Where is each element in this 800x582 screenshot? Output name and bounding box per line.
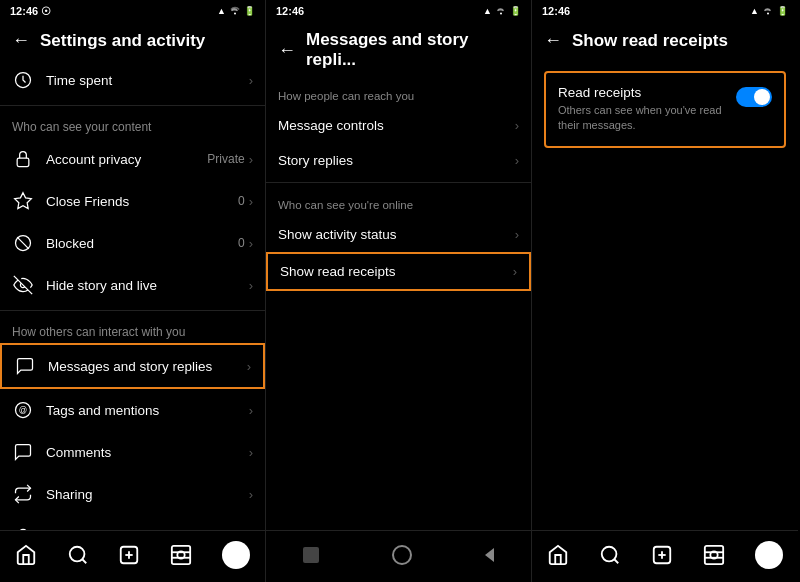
- menu-right-account-privacy: Private ›: [207, 152, 253, 167]
- menu-item-sharing[interactable]: Sharing ›: [0, 473, 265, 515]
- status-bar-1: 12:46 ☉ ▲ 🔋: [0, 0, 265, 22]
- read-receipts-content: Read receipts Others can see when you've…: [558, 85, 726, 134]
- nav-triangle-2[interactable]: [485, 548, 494, 562]
- nav-profile-1[interactable]: [222, 541, 250, 569]
- tag-icon: @: [12, 399, 34, 421]
- menu-item-read-receipts[interactable]: Show read receipts ›: [266, 252, 531, 291]
- nav-add-3[interactable]: [651, 544, 673, 566]
- svg-line-12: [82, 559, 86, 563]
- wifi-icon-3: [762, 5, 774, 17]
- badge-blocked: 0: [238, 236, 245, 250]
- chevron-blocked: ›: [249, 236, 253, 251]
- section-label-reach: How people can reach you: [266, 78, 531, 108]
- chevron-time-spent: ›: [249, 73, 253, 88]
- menu-label-read-receipts: Show read receipts: [280, 264, 501, 279]
- read-receipts-description: Others can see when you've read their me…: [558, 103, 726, 134]
- status-time-1: 12:46 ☉: [10, 5, 51, 18]
- receipts-scroll: Read receipts Others can see when you've…: [532, 59, 798, 530]
- menu-text-tags: Tags and mentions: [46, 403, 237, 418]
- menu-right-sr: ›: [515, 153, 519, 168]
- signal-icon-3: ▲: [750, 6, 759, 16]
- status-bar-3: 12:46 ▲ 🔋: [532, 0, 798, 22]
- svg-text:@: @: [19, 405, 27, 415]
- menu-text-avatar: Avatar interactions: [46, 529, 237, 531]
- menu-text-read-receipts: Show read receipts: [280, 264, 501, 279]
- nav-reels-3[interactable]: [703, 544, 725, 566]
- menu-item-account-privacy[interactable]: Account privacy Private ›: [0, 138, 265, 180]
- nav-reels-1[interactable]: [170, 544, 192, 566]
- back-button-2[interactable]: ←: [278, 40, 296, 61]
- svg-point-11: [69, 546, 84, 561]
- menu-text-account-privacy: Account privacy: [46, 152, 195, 167]
- bottom-nav-1: [0, 530, 265, 582]
- menu-right-blocked: 0 ›: [238, 236, 253, 251]
- nav-add-1[interactable]: [118, 544, 140, 566]
- menu-text-activity: Show activity status: [278, 227, 503, 242]
- wifi-icon: [229, 5, 241, 17]
- star-icon: [12, 190, 34, 212]
- share-icon: [12, 483, 34, 505]
- screen-read-receipts: 12:46 ▲ 🔋 ← Show read receipts Read rece…: [532, 0, 798, 582]
- read-receipts-toggle[interactable]: [736, 87, 772, 107]
- menu-right-comments: ›: [249, 445, 253, 460]
- menu-label-story-replies: Story replies: [278, 153, 503, 168]
- section-label-interact: How others can interact with you: [0, 315, 265, 343]
- menu-label-close-friends: Close Friends: [46, 194, 226, 209]
- svg-point-20: [602, 546, 617, 561]
- nav-home-1[interactable]: [15, 544, 37, 566]
- menu-text-messages: Messages and story replies: [48, 359, 235, 374]
- menu-item-tags[interactable]: @ Tags and mentions ›: [0, 389, 265, 431]
- nav-search-1[interactable]: [67, 544, 89, 566]
- chevron-sharing: ›: [249, 487, 253, 502]
- menu-label-comments: Comments: [46, 445, 237, 460]
- nav-search-3[interactable]: [599, 544, 621, 566]
- menu-item-avatar[interactable]: Avatar interactions ›: [0, 515, 265, 530]
- status-icons-3: ▲ 🔋: [750, 5, 788, 17]
- bottom-nav-2: [266, 530, 531, 582]
- menu-right-tags: ›: [249, 403, 253, 418]
- menu-item-blocked[interactable]: Blocked 0 ›: [0, 222, 265, 264]
- menu-text-comments: Comments: [46, 445, 237, 460]
- menu-right-rr: ›: [513, 264, 517, 279]
- block-icon: [12, 232, 34, 254]
- nav-square-2[interactable]: [303, 547, 319, 563]
- battery-icon-2: 🔋: [510, 6, 521, 16]
- svg-rect-16: [172, 545, 190, 563]
- menu-item-comments[interactable]: Comments ›: [0, 431, 265, 473]
- bottom-nav-3: [532, 530, 798, 582]
- menu-text-blocked: Blocked: [46, 236, 226, 251]
- chevron-messages: ›: [247, 359, 251, 374]
- menu-text-time-spent: Time spent: [46, 73, 237, 88]
- chevron-comments: ›: [249, 445, 253, 460]
- wifi-icon-2: [495, 5, 507, 17]
- divider-2: [0, 310, 265, 311]
- chevron-close-friends: ›: [249, 194, 253, 209]
- battery-icon: 🔋: [244, 6, 255, 16]
- menu-item-time-spent[interactable]: Time spent ›: [0, 59, 265, 101]
- menu-right-time-spent: ›: [249, 73, 253, 88]
- nav-profile-3[interactable]: [755, 541, 783, 569]
- menu-item-message-controls[interactable]: Message controls ›: [266, 108, 531, 143]
- menu-right-messages: ›: [247, 359, 251, 374]
- svg-line-4: [17, 237, 29, 249]
- menu-item-messages-story[interactable]: Messages and story replies ›: [0, 343, 265, 389]
- menu-label-message-controls: Message controls: [278, 118, 503, 133]
- menu-text-close-friends: Close Friends: [46, 194, 226, 209]
- menu-right-avatar: ›: [249, 529, 253, 531]
- nav-home-3[interactable]: [547, 544, 569, 566]
- nav-circle-2[interactable]: [392, 545, 412, 565]
- header-2: ← Messages and story repli...: [266, 22, 531, 78]
- page-title-2: Messages and story repli...: [306, 30, 519, 70]
- header-1: ← Settings and activity: [0, 22, 265, 59]
- menu-item-close-friends[interactable]: Close Friends 0 ›: [0, 180, 265, 222]
- svg-marker-2: [15, 193, 32, 209]
- menu-label-tags: Tags and mentions: [46, 403, 237, 418]
- back-button-1[interactable]: ←: [12, 30, 30, 51]
- badge-close-friends: 0: [238, 194, 245, 208]
- back-button-3[interactable]: ←: [544, 30, 562, 51]
- menu-item-activity-status[interactable]: Show activity status ›: [266, 217, 531, 252]
- menu-item-story-replies[interactable]: Story replies ›: [266, 143, 531, 178]
- chevron-rr: ›: [513, 264, 517, 279]
- menu-text-hide-story: Hide story and live: [46, 278, 237, 293]
- menu-item-hide-story[interactable]: Hide story and live ›: [0, 264, 265, 306]
